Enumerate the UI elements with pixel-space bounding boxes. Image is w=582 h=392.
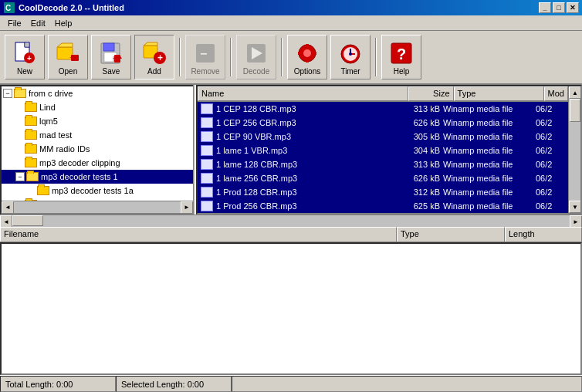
help-button[interactable]: ? Help [381,35,421,79]
tree-expand-icon[interactable]: − [15,172,25,181]
options-button[interactable]: Options [287,35,327,79]
open-button[interactable]: Open [48,35,88,79]
tree-item[interactable]: mp3 decoder tests 1a [2,184,193,198]
file-icon [201,173,213,184]
tree-item[interactable]: Lind [2,100,193,114]
save-icon [99,41,124,66]
file-item[interactable]: 1 Prod 256 CBR.mp3625 kBWinamp media fil… [198,199,568,213]
hscroll-thumb[interactable] [12,215,43,226]
tree-item-label: mad test [39,130,72,140]
file-item[interactable]: 1 CEP 256 CBR.mp3626 kBWinamp media file… [198,116,568,130]
file-item[interactable]: 1 Prod 128 CBR.mp3312 kBWinamp media fil… [198,185,568,199]
svg-point-26 [303,49,311,57]
tree-hscroll[interactable]: ◄ ► [2,201,193,213]
file-item[interactable]: 1 lame 1 VBR.mp3304 kBWinamp media file0… [198,144,568,157]
tree-item[interactable]: −mp3 decoder tests 1 [2,170,193,184]
timer-icon [338,41,363,66]
close-button[interactable]: ✕ [567,2,579,13]
selected-length-value: 0:00 [188,380,204,389]
col-header-name[interactable]: Name [198,86,408,101]
main-hscroll[interactable]: ◄ ► [0,215,582,227]
open-icon-svg [56,41,80,66]
options-icon-svg [295,41,320,66]
tree-item[interactable]: mad test [2,128,193,142]
vscroll-down[interactable]: ▼ [569,201,580,213]
svg-text:C: C [5,4,11,12]
tree-item[interactable]: lqm5 [2,114,193,128]
tree-scroll-right[interactable]: ► [181,201,193,214]
file-name: 1 Prod 128 CBR.mp3 [216,188,397,197]
folder-tree: −from c driveLindlqm5mad testMM radio ID… [2,86,193,201]
svg-rect-29 [298,52,302,55]
tree-item[interactable]: −from c drive [2,86,193,100]
file-type: Winamp media file [443,104,536,113]
minimize-button[interactable]: _ [539,2,551,13]
hscroll-left[interactable]: ◄ [0,215,12,228]
bottom-col-length[interactable]: Length [505,227,582,242]
bottom-col-filename[interactable]: Filename [0,227,397,242]
tree-item-label: Lind [39,103,56,112]
hscroll-track[interactable] [12,215,570,227]
hscroll-right[interactable]: ► [570,215,582,228]
svg-rect-12 [103,43,114,51]
svg-rect-30 [313,52,316,55]
folder-icon [25,103,37,112]
tree-scroll-left[interactable]: ◄ [2,201,14,214]
folder-icon [37,186,49,195]
add-button[interactable]: + Add [134,35,174,79]
bottom-col-type[interactable]: Type [397,227,505,242]
timer-label: Timer [340,67,360,76]
new-icon: + [12,41,37,66]
new-button[interactable]: + New [5,35,45,79]
file-size: 313 kB [397,160,443,169]
file-name: 1 CEP 90 VBR.mp3 [216,132,397,141]
file-size: 313 kB [397,104,443,113]
file-item[interactable]: 1 CEP 128 CBR.mp3313 kBWinamp media file… [198,102,568,116]
decode-button[interactable]: Decode [236,35,276,79]
file-item[interactable]: 1 lame 128 CBR.mp3313 kBWinamp media fil… [198,157,568,171]
file-item[interactable]: 1 CEP 90 VBR.mp3305 kBWinamp media file0… [198,130,568,144]
file-icon [201,159,213,170]
col-header-size[interactable]: Size [408,86,454,101]
timer-button[interactable]: Timer [330,35,371,79]
col-header-modified[interactable]: Mod [544,86,568,101]
vscroll-track[interactable] [569,99,580,201]
svg-text:+: + [27,54,32,63]
file-icon [201,103,213,114]
svg-rect-4 [25,42,29,47]
file-type: Winamp media file [443,146,536,155]
save-button[interactable]: Save [91,35,131,79]
menu-file[interactable]: File [3,17,26,29]
toolbar-sep-1 [179,38,181,76]
file-list-columns: NameSizeTypeMod [198,86,568,102]
remove-icon-svg: − [193,41,218,66]
bottom-col-header: Filename Type Length [0,227,582,242]
vscroll-up[interactable]: ▲ [569,86,580,99]
title-bar-title: C CoolDecode 2.0 -- Untitled [3,2,124,14]
tree-item[interactable]: mp3 decoder clipping [2,156,193,170]
tree-expand-icon[interactable]: − [3,89,12,98]
col-header-type[interactable]: Type [454,86,544,101]
decode-label: Decode [243,67,269,76]
file-name: 1 Prod 256 CBR.mp3 [216,201,397,211]
tree-scroll-track[interactable] [14,201,181,213]
maximize-button[interactable]: □ [553,2,565,13]
file-item[interactable]: 1 lame 256 CBR.mp3626 kBWinamp media fil… [198,171,568,185]
menu-help[interactable]: Help [50,17,77,29]
tree-item-label: mp3 decoder tests 1a [52,186,134,195]
file-date: 06/2 [536,118,567,127]
vscroll-thumb[interactable] [570,99,580,122]
file-list-vscroll[interactable]: ▲ ▼ [568,86,580,213]
svg-text:?: ? [397,46,406,63]
total-length-label: Total Length: [5,380,54,389]
file-date: 06/2 [536,104,567,113]
selected-length-label: Selected Length: [121,380,185,389]
file-list: NameSizeTypeMod1 CEP 128 CBR.mp3313 kBWi… [198,86,568,213]
tree-item[interactable]: MM radio IDs [2,142,193,156]
file-date: 06/2 [536,160,567,169]
options-icon [295,41,320,66]
status-empty [232,376,582,392]
remove-button[interactable]: − Remove [185,35,225,79]
menu-edit[interactable]: Edit [26,17,50,29]
file-icon [201,201,213,211]
